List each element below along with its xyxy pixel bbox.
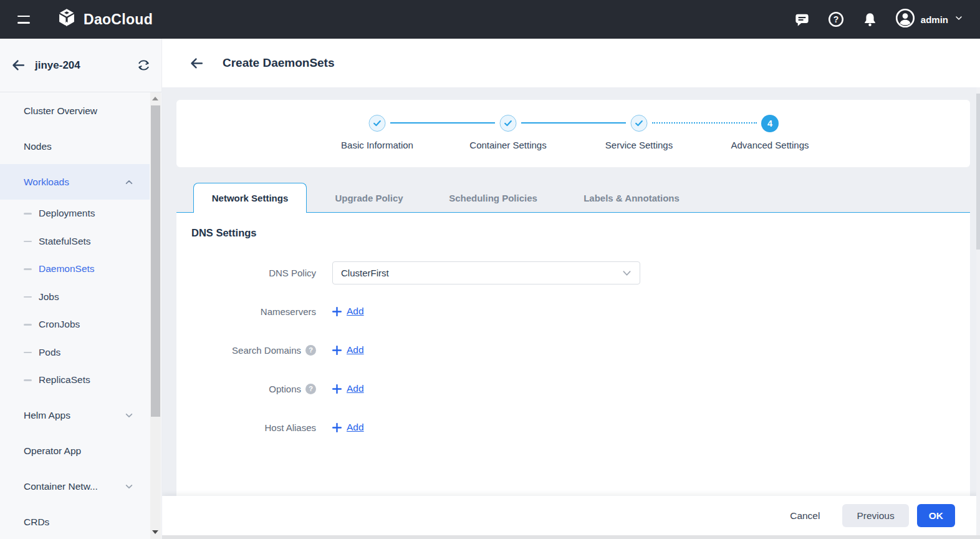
nameservers-row: Nameservers Add [176,299,364,323]
tab-upgrade-policy[interactable]: Upgrade Policy [335,183,403,213]
chevron-down-icon [622,269,632,277]
step-4-current[interactable]: 4 [761,115,779,132]
search-domains-row: Search Domains ? Add [176,338,364,362]
sidebar-item-pods[interactable]: Pods [0,339,161,367]
switch-cluster-icon[interactable] [137,58,151,75]
help-icon[interactable]: ? [827,11,845,28]
user-name: admin [921,14,948,25]
cluster-back-icon[interactable] [11,57,26,75]
scroll-down-arrow-icon[interactable] [152,530,158,534]
chevron-down-icon [125,483,133,490]
cluster-name: jinye-204 [35,59,80,72]
dash-icon [24,296,32,298]
tab-network-settings[interactable]: Network Settings [193,183,307,213]
check-icon [373,120,382,127]
sidebar-item-cronjobs[interactable]: CronJobs [0,311,161,339]
notifications-bell-icon[interactable] [862,11,878,28]
previous-button[interactable]: Previous [842,504,908,527]
plus-icon [332,384,342,394]
dash-icon [24,268,32,270]
step-connector-dotted [652,122,757,124]
dns-policy-label: DNS Policy [176,268,316,278]
daocloud-logo-icon [56,7,77,31]
vertical-scrollbar-thumb[interactable] [976,94,980,250]
tab-labels-annotations[interactable]: Labels & Annotations [584,183,680,213]
nameservers-add-button[interactable]: Add [332,306,364,317]
step-3-label: Service Settings [574,140,704,150]
sidebar-item-operator-app[interactable]: Operator App [0,434,150,469]
plus-icon [332,307,342,316]
step-2-label: Container Settings [443,140,574,150]
ok-button[interactable]: OK [917,504,955,527]
sidebar-item-statefulsets[interactable]: StatefulSets [0,228,161,256]
sidebar-item-deployments[interactable]: Deployments [0,200,161,228]
sidebar-item-daemonsets[interactable]: DaemonSets [0,255,161,283]
dash-icon [24,213,32,215]
sidebar-nav: Cluster Overview Nodes Workloads Deploym… [0,93,161,539]
plus-icon [332,346,342,355]
avatar-icon [895,8,915,31]
cancel-button[interactable]: Cancel [786,510,824,522]
sidebar-item-workloads[interactable]: Workloads [0,164,150,200]
options-label: Options ? [176,384,316,394]
host-aliases-row: Host Aliases Add [176,415,364,439]
messages-icon[interactable] [794,11,810,28]
brand-name: DaoCloud [84,11,153,28]
sidebar-item-crds[interactable]: CRDs [0,505,150,539]
vertical-scrollbar[interactable] [976,87,980,535]
step-connector [390,122,495,124]
page-header: Create DaemonSets [162,39,980,87]
svg-text:?: ? [833,14,839,24]
tab-scheduling-policies[interactable]: Scheduling Policies [449,183,537,213]
step-1-done[interactable] [369,115,386,132]
user-menu[interactable]: admin [895,8,964,31]
options-add-button[interactable]: Add [332,383,364,394]
sidebar-item-container-network[interactable]: Container Netw... [0,469,150,505]
sidebar-scrollbar-thumb[interactable] [151,105,160,417]
plus-icon [332,423,342,432]
sidebar-item-cluster-overview[interactable]: Cluster Overview [0,93,150,129]
host-aliases-add-button[interactable]: Add [332,422,364,433]
dns-policy-value: ClusterFirst [341,268,389,278]
search-domains-label: Search Domains ? [176,345,316,356]
scroll-up-arrow-icon[interactable] [152,97,158,100]
dns-policy-select[interactable]: ClusterFirst [332,261,640,284]
options-row: Options ? Add [176,377,364,401]
menu-toggle-icon[interactable] [17,16,30,24]
page-back-icon[interactable] [189,56,204,71]
host-aliases-label: Host Aliases [176,422,316,433]
dash-icon [24,241,32,243]
dns-policy-row: DNS Policy ClusterFirst [176,261,640,284]
dash-icon [24,379,32,381]
sidebar-item-jobs[interactable]: Jobs [0,283,161,311]
check-icon [635,120,643,127]
step-connector [521,122,626,124]
sidebar-item-helm-apps[interactable]: Helm Apps [0,398,150,434]
page-title: Create DaemonSets [223,56,335,70]
sidebar-item-nodes[interactable]: Nodes [0,129,150,164]
search-domains-add-button[interactable]: Add [332,344,364,356]
dash-icon [24,324,32,326]
sidebar-item-replicasets[interactable]: ReplicaSets [0,366,161,394]
sidebar: jinye-204 Cluster Overview Nodes Workloa… [0,39,162,539]
tab-bar: Network Settings Upgrade Policy Scheduli… [176,183,970,213]
nameservers-label: Nameservers [176,306,316,317]
brand[interactable]: DaoCloud [56,7,153,31]
chevron-down-icon [125,412,133,419]
help-tooltip-icon[interactable]: ? [305,345,316,356]
sidebar-scrollbar[interactable] [150,92,161,539]
step-3-done[interactable] [631,115,648,132]
chevron-up-icon [125,178,133,186]
horizontal-scrollbar[interactable] [162,535,980,539]
step-1-label: Basic Information [312,140,443,150]
help-tooltip-icon[interactable]: ? [305,384,316,394]
step-2-done[interactable] [500,115,517,132]
sidebar-header: jinye-204 [0,39,161,92]
topbar: DaoCloud ? [0,0,980,39]
dns-settings-panel: DNS Settings DNS Policy ClusterFirst Nam… [176,213,970,496]
workloads-submenu: Deployments StatefulSets DaemonSets Jobs… [0,200,161,394]
step-4-label: Advanced Settings [704,140,835,150]
footer-action-bar: Cancel Previous OK [162,496,980,535]
main-content: Create DaemonSets 4 Basic Information Co… [162,39,980,539]
check-icon [504,120,512,127]
